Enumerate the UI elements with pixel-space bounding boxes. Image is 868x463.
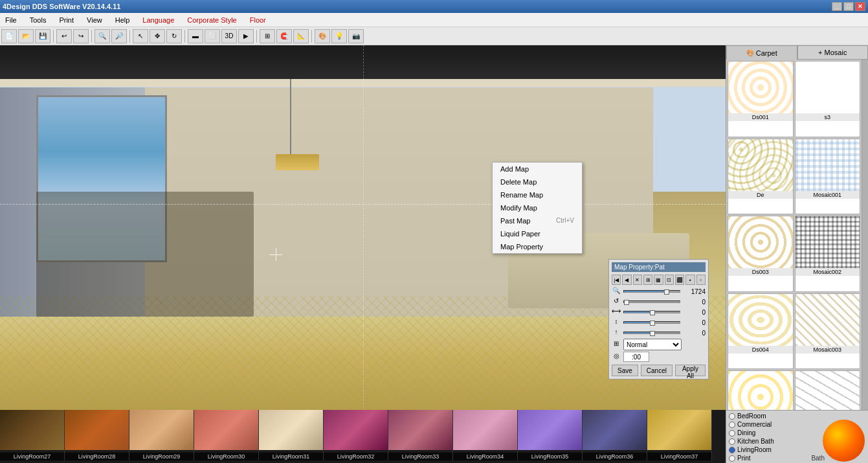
main-area: Add Map Delete Map Rename Map Modify Map… [0, 45, 868, 463]
close-button[interactable]: ✕ [855, 2, 865, 11]
cat-bedroom-radio[interactable] [729, 413, 735, 420]
toolbar-wall[interactable]: ▬ [188, 29, 203, 43]
prop-btn-align2[interactable]: ▪ [685, 275, 695, 285]
viewport[interactable]: Add Map Delete Map Rename Map Modify Map… [0, 45, 726, 463]
film-room30[interactable]: LivingRoom30 [194, 410, 259, 460]
toolbar-camera[interactable]: 📷 [348, 29, 364, 43]
tile-ds001[interactable]: Ds001 [728, 61, 794, 137]
tile-s3-img [796, 62, 860, 113]
cat-commercial-radio[interactable] [729, 422, 735, 428]
width-slider[interactable] [623, 308, 680, 316]
tab-carpet[interactable]: 🎨 Carpet [726, 45, 797, 60]
ctx-add-map[interactable]: Add Map [493, 163, 582, 175]
minimize-button[interactable]: _ [832, 2, 842, 11]
prop-btn-align3[interactable]: ▫ [696, 275, 706, 285]
film-room29[interactable]: LivingRoom29 [129, 410, 194, 460]
menu-print[interactable]: Print [56, 15, 76, 25]
prop-btn-align1[interactable]: ⬛ [675, 275, 684, 285]
toolbar-select[interactable]: ↖ [133, 29, 148, 43]
toolbar-zoom-in[interactable]: 🔍 [95, 29, 110, 43]
prop-btn-grid2[interactable]: ▦ [654, 275, 663, 285]
toolbar-open[interactable]: 📂 [18, 29, 34, 43]
toolbar-new[interactable]: 📄 [1, 29, 17, 43]
film-room27[interactable]: LivingRoom27 [0, 410, 65, 460]
prop-rotate-row: ↺ 0 [612, 297, 706, 306]
cancel-button[interactable]: Cancel [641, 365, 673, 376]
tile-s3[interactable]: s3 [795, 61, 861, 137]
height-slider[interactable] [623, 319, 680, 326]
film-room28[interactable]: LivingRoom28 [65, 410, 129, 460]
rotate-slider[interactable] [623, 298, 680, 306]
maximize-button[interactable]: □ [843, 2, 854, 11]
toolbar-move[interactable]: ✥ [150, 29, 165, 43]
prop-btn-x[interactable]: ✕ [633, 275, 642, 285]
panel-grid-container: Ds001 s3 De Mosaic001 [726, 60, 868, 448]
cat-print-radio[interactable] [729, 455, 735, 462]
toolbar-zoom-out[interactable]: 🔎 [111, 29, 127, 43]
tile-mosaic001[interactable]: Mosaic001 [795, 139, 861, 215]
tile-mosaic002[interactable]: Mosaic002 [795, 216, 861, 292]
toolbar-light[interactable]: 💡 [331, 29, 347, 43]
menu-help[interactable]: Help [113, 15, 133, 25]
tile-de[interactable]: De [728, 139, 794, 215]
toolbar-floor[interactable]: ⬜ [205, 29, 220, 43]
cat-living-room-radio[interactable] [729, 447, 735, 453]
toolbar-rotate[interactable]: ↻ [166, 29, 182, 43]
mode-select[interactable]: Normal Multiply Screen [623, 339, 682, 350]
film-room33[interactable]: LivingRoom33 [388, 410, 453, 460]
toolbar-render[interactable]: ▶ [238, 29, 254, 43]
opacity-input[interactable] [623, 352, 649, 362]
titlebar: 4Design DDS SoftWare V20.14.4.11 _ □ ✕ [0, 0, 868, 13]
zoom-slider[interactable] [623, 288, 680, 295]
cat-bedroom[interactable]: BedRoom [728, 412, 867, 420]
save-button[interactable]: Save [612, 365, 638, 376]
film-room35[interactable]: LivingRoom35 [518, 410, 583, 460]
offset-slider[interactable] [623, 329, 680, 337]
ctx-modify-map[interactable]: Modify Map [493, 201, 582, 214]
cat-kitchen-bath-radio[interactable] [729, 438, 735, 445]
toolbar-save[interactable]: 💾 [35, 29, 50, 43]
toolbar-measure[interactable]: 📐 [293, 29, 309, 43]
toolbar-redo[interactable]: ↪ [73, 29, 89, 43]
apply-all-button[interactable]: Apply All [675, 365, 706, 376]
preview-circle [823, 420, 865, 462]
toolbar-sep3 [129, 30, 130, 43]
tile-mosaic003[interactable]: Mosaic003 [795, 293, 861, 370]
tab-mosaic[interactable]: + Mosaic [797, 45, 869, 60]
film-room36[interactable]: LivingRoom36 [583, 410, 647, 460]
toolbar-grid[interactable]: ⊞ [260, 29, 275, 43]
film-room27-thumb [0, 410, 64, 450]
menu-view[interactable]: View [84, 15, 105, 25]
cat-dining-radio[interactable] [729, 430, 735, 436]
prop-btn-start[interactable]: |◀ [612, 275, 621, 285]
bath-label: Bath [811, 455, 825, 462]
toolbar-snap[interactable]: 🧲 [276, 29, 292, 43]
tile-ds003[interactable]: Ds003 [728, 216, 794, 292]
toolbar-material[interactable]: 🎨 [315, 29, 330, 43]
window-controls[interactable]: _ □ ✕ [832, 2, 865, 11]
film-room31[interactable]: LivingRoom31 [259, 410, 324, 460]
menu-floor[interactable]: Floor [247, 15, 269, 25]
ctx-past-map[interactable]: Past Map Ctrl+V [493, 214, 582, 227]
ctx-liquid-paper[interactable]: Liquid Paper [493, 227, 582, 240]
prop-btn-grid3[interactable]: ⊡ [665, 275, 674, 285]
menu-language[interactable]: Language [140, 15, 177, 25]
menu-corporate-style[interactable]: Corporate Style [184, 15, 239, 25]
menu-tools[interactable]: Tools [27, 15, 49, 25]
ctx-delete-map[interactable]: Delete Map [493, 175, 582, 188]
ctx-map-property[interactable]: Map Property [493, 240, 582, 253]
toolbar-3d[interactable]: 3D [221, 29, 237, 43]
prop-btn-grid1[interactable]: ⊞ [643, 275, 652, 285]
film-room34[interactable]: LivingRoom34 [453, 410, 518, 460]
toolbar-sep5 [256, 30, 257, 43]
prop-btn-prev[interactable]: ◀ [622, 275, 631, 285]
prop-offset-row: ↑ 0 [612, 328, 706, 337]
panel-scrollbar[interactable] [862, 60, 868, 448]
tile-ds004[interactable]: Ds004 [728, 293, 794, 370]
tile-mosaic003-img [796, 294, 860, 346]
film-room32[interactable]: LivingRoom32 [324, 410, 388, 460]
ctx-rename-map[interactable]: Rename Map [493, 188, 582, 201]
menu-file[interactable]: File [3, 15, 19, 25]
toolbar-undo[interactable]: ↩ [56, 29, 72, 43]
film-room37[interactable]: LivingRoom37 [647, 410, 712, 460]
